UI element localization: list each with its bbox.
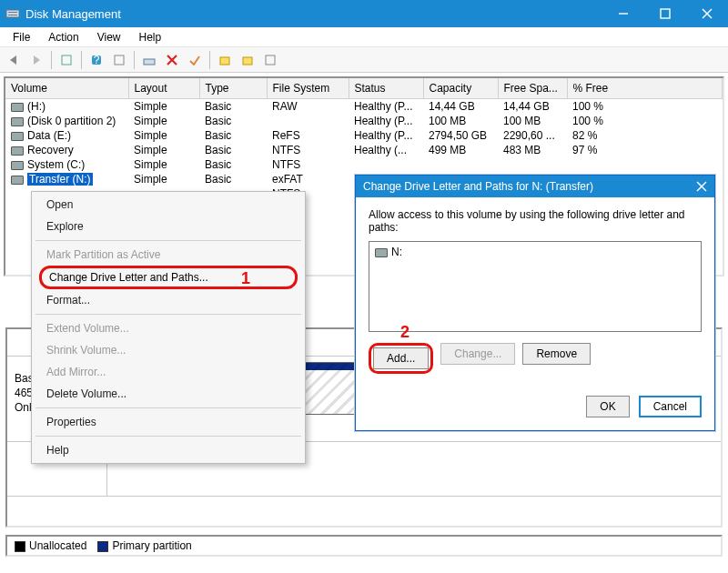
drive-icon xyxy=(11,176,24,185)
svg-rect-16 xyxy=(266,55,275,65)
svg-rect-14 xyxy=(220,57,229,65)
svg-rect-4 xyxy=(661,9,670,18)
context-menu: Open Explore Mark Partition as Active Ch… xyxy=(31,191,306,464)
legend: Unallocated Primary partition xyxy=(5,535,723,557)
table-row[interactable]: (Disk 0 partition 2)SimpleBasicHealthy (… xyxy=(5,114,723,128)
col-volume[interactable]: Volume xyxy=(5,78,128,99)
svg-rect-11 xyxy=(144,59,155,65)
back-button[interactable] xyxy=(4,50,24,70)
primary-swatch xyxy=(97,541,108,552)
drive-icon xyxy=(11,103,24,112)
ok-button[interactable]: OK xyxy=(586,396,629,417)
help-icon[interactable]: ? xyxy=(86,50,106,70)
window-title: Disk Management xyxy=(25,7,602,21)
cancel-button[interactable]: Cancel xyxy=(639,396,702,417)
ctx-format[interactable]: Format... xyxy=(34,289,303,311)
col-free[interactable]: Free Spa... xyxy=(498,78,567,99)
ctx-open[interactable]: Open xyxy=(34,194,303,216)
table-row[interactable]: System (C:)SimpleBasicNTFS xyxy=(5,157,723,172)
ctx-extend: Extend Volume... xyxy=(34,317,303,339)
dialog-title: Change Drive Letter and Paths for N: (Tr… xyxy=(363,180,696,193)
ctx-change-letter[interactable]: Change Drive Letter and Paths... xyxy=(39,266,298,289)
close-button[interactable] xyxy=(686,0,728,27)
check-icon[interactable] xyxy=(185,50,205,70)
drive-icon xyxy=(11,117,24,126)
toolbar-icon[interactable] xyxy=(56,50,76,70)
disk-management-icon xyxy=(5,6,20,21)
forward-button[interactable] xyxy=(26,50,46,70)
drive-icon xyxy=(375,248,388,257)
svg-rect-15 xyxy=(243,57,252,65)
svg-rect-7 xyxy=(62,55,71,65)
ctx-shrink: Shrink Volume... xyxy=(34,339,303,361)
col-pct[interactable]: % Free xyxy=(567,78,723,99)
svg-text:?: ? xyxy=(94,54,100,66)
callout-2: 2 xyxy=(400,323,410,342)
menu-view[interactable]: View xyxy=(88,29,130,45)
svg-rect-2 xyxy=(8,15,17,15)
toolbar: ? xyxy=(0,47,728,73)
titlebar: Disk Management xyxy=(0,0,728,27)
legend-unallocated: Unallocated xyxy=(29,539,86,552)
menu-file[interactable]: File xyxy=(4,29,39,45)
drive-icon xyxy=(11,132,24,141)
remove-button[interactable]: Remove xyxy=(522,343,591,365)
toolbar-icon-6[interactable] xyxy=(260,50,280,70)
col-type[interactable]: Type xyxy=(199,78,267,99)
ctx-help[interactable]: Help xyxy=(34,439,303,461)
legend-primary: Primary partition xyxy=(112,539,191,552)
path-entry: N: xyxy=(391,246,402,258)
ctx-properties[interactable]: Properties xyxy=(34,411,303,433)
toolbar-icon-5[interactable] xyxy=(238,50,258,70)
ctx-mark-active: Mark Partition as Active xyxy=(34,244,303,266)
drive-icon xyxy=(11,146,24,156)
ctx-mirror: Add Mirror... xyxy=(34,361,303,383)
drive-icon xyxy=(11,161,24,170)
table-row[interactable]: (H:)SimpleBasicRAWHealthy (P...14,44 GB1… xyxy=(5,99,723,115)
ctx-delete[interactable]: Delete Volume... xyxy=(34,383,303,405)
maximize-button[interactable] xyxy=(644,0,686,27)
delete-icon[interactable] xyxy=(162,50,182,70)
svg-rect-0 xyxy=(6,10,19,17)
unallocated-swatch xyxy=(15,541,25,552)
svg-rect-10 xyxy=(115,55,124,65)
paths-listbox[interactable]: N: xyxy=(369,241,702,332)
col-capacity[interactable]: Capacity xyxy=(423,78,498,99)
menu-action[interactable]: Action xyxy=(39,29,87,45)
col-status[interactable]: Status xyxy=(349,78,423,99)
toolbar-icon-2[interactable] xyxy=(109,50,129,70)
menubar: File Action View Help xyxy=(0,27,728,47)
dialog-close-icon[interactable] xyxy=(696,181,707,192)
change-button: Change... xyxy=(440,343,515,365)
menu-help[interactable]: Help xyxy=(130,29,171,45)
change-letter-dialog: Change Drive Letter and Paths for N: (Tr… xyxy=(355,175,715,431)
ctx-explore[interactable]: Explore xyxy=(34,216,303,237)
toolbar-icon-4[interactable] xyxy=(215,50,235,70)
toolbar-icon-3[interactable] xyxy=(139,50,159,70)
svg-rect-1 xyxy=(8,12,17,13)
callout-1: 1 xyxy=(241,269,250,288)
dialog-prompt: Allow access to this volume by using the… xyxy=(369,208,702,234)
col-fs[interactable]: File System xyxy=(267,78,349,99)
table-row[interactable]: RecoverySimpleBasicNTFSHealthy (...499 M… xyxy=(5,143,723,157)
table-row[interactable]: Data (E:)SimpleBasicReFSHealthy (P...279… xyxy=(5,128,723,143)
add-button[interactable]: Add... xyxy=(373,347,429,369)
col-layout[interactable]: Layout xyxy=(128,78,199,99)
minimize-button[interactable] xyxy=(602,0,644,27)
